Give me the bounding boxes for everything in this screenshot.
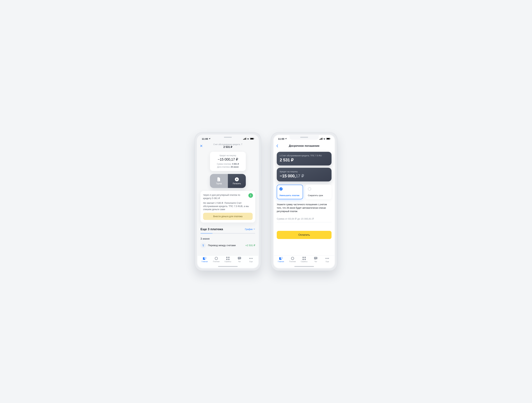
tab-chat[interactable]: Чат (310, 257, 322, 265)
svg-rect-6 (254, 138, 254, 139)
svg-rect-35 (315, 258, 317, 258)
payments-icon (214, 257, 218, 260)
phone-left: 11:00 (195, 132, 261, 271)
svg-rect-18 (251, 258, 251, 259)
notch (290, 135, 319, 140)
deposit-button[interactable]: Внести деньги для платежа (203, 213, 253, 220)
svg-point-29 (291, 257, 294, 260)
tab-bar: Главная Платежи Сервисы (197, 256, 258, 268)
tab-services[interactable]: Сервисы (222, 257, 234, 265)
svg-rect-2 (245, 138, 245, 140)
wifi-icon (247, 138, 249, 140)
tariff-tile[interactable]: Тариф (210, 174, 228, 188)
power-button (337, 163, 338, 176)
from-account-label: с Счет обслуживания кредита. ТПС 7.5 RU (280, 154, 329, 157)
svg-point-10 (215, 257, 218, 260)
payment-date-value: 26 июня (231, 166, 239, 168)
home-icon (279, 257, 283, 260)
loan-label: Кредит на покупку (212, 154, 243, 157)
radio-unselected-icon (308, 187, 311, 191)
svg-rect-3 (246, 138, 246, 140)
wifi-icon (323, 138, 326, 140)
svg-rect-5 (250, 138, 253, 139)
schedule-progress-fill (201, 233, 213, 234)
chat-icon (237, 257, 241, 260)
home-indicator[interactable] (294, 266, 314, 267)
nav-subtitle: Счет обслуживания кредита. Т (205, 143, 251, 146)
nav-bar: Счет обслуживания кредита. Т 2 531 ₽ (197, 142, 258, 149)
svg-rect-13 (226, 259, 228, 260)
svg-rect-23 (322, 138, 322, 140)
amount-hint: Укажите сумму частичного погашения с уче… (277, 203, 331, 213)
svg-rect-33 (304, 259, 306, 260)
svg-rect-9 (204, 257, 207, 259)
transaction-row[interactable]: Перевод между счетами +2 531 ₽ (201, 243, 255, 248)
more-icon (325, 257, 329, 260)
svg-rect-17 (249, 258, 250, 259)
svg-rect-37 (327, 258, 328, 259)
radio-selected-icon (279, 187, 283, 191)
repayment-options: Уменьшить платеж Сократить срок (277, 185, 331, 199)
svg-rect-38 (328, 258, 329, 259)
svg-rect-12 (228, 257, 229, 258)
loan-card-label: Кредит на покупку (280, 170, 329, 173)
status-time: 11:00 (278, 137, 284, 140)
svg-rect-16 (238, 258, 241, 258)
transaction-amount: +2 531 ₽ (246, 244, 255, 247)
tab-services[interactable]: Сервисы (298, 257, 310, 265)
notch (213, 135, 242, 140)
plus-circle-icon: + (235, 177, 239, 181)
option-reduce-term[interactable]: Сократить срок (305, 185, 331, 199)
option-reduce-payment[interactable]: Уменьшить платеж (277, 185, 303, 199)
back-button[interactable] (276, 144, 281, 147)
tab-more[interactable]: Еще (322, 257, 333, 265)
schedule-title: Еще 3 платежа (201, 227, 223, 231)
payment-date-label: Дата платежа: (217, 166, 230, 168)
repay-tile[interactable]: + Погасить (228, 174, 246, 188)
schedule-link[interactable]: График (245, 228, 255, 230)
power-button (261, 163, 262, 176)
volume-up-button (194, 160, 195, 169)
loan-card-amount: −15 000,17 ₽ (280, 173, 329, 179)
amount-input[interactable]: Сумма от 83,64 ₽ до 15 083,81 ₽ (277, 217, 331, 222)
services-icon (302, 257, 306, 260)
svg-rect-11 (226, 257, 228, 258)
tab-home[interactable]: Главная (275, 257, 287, 265)
pay-button[interactable]: Оплатить (277, 231, 331, 239)
transaction-title: Перевод между счетами (208, 244, 243, 247)
tab-home[interactable]: Главная (199, 257, 210, 265)
nav-title: Досрочное погашение (281, 144, 327, 147)
info-icon[interactable]: i (248, 193, 253, 198)
loan-action-tiles: Тариф + Погасить (210, 174, 246, 188)
repay-tile-label: Погасить (233, 182, 241, 185)
silent-switch (270, 152, 271, 157)
loan-card[interactable]: Кредит на покупку −15 000,17 ₽ (277, 168, 331, 181)
svg-rect-26 (330, 138, 330, 139)
svg-rect-32 (303, 259, 304, 260)
phone-right: 11:00 (271, 132, 337, 271)
svg-rect-22 (321, 138, 322, 140)
tab-payments[interactable]: Платежи (287, 257, 298, 265)
payment-notice-card: i Через 4 дня регулярный платеж по креди… (201, 191, 255, 223)
from-account-card[interactable]: с Счет обслуживания кредита. ТПС 7.5 RU … (277, 152, 331, 166)
volume-up-button (270, 160, 271, 169)
svg-rect-14 (228, 259, 229, 260)
svg-rect-0 (243, 139, 244, 140)
tab-more[interactable]: Еще (245, 257, 257, 265)
tariff-tile-label: Тариф (216, 182, 222, 185)
close-button[interactable] (200, 144, 205, 147)
svg-rect-21 (320, 139, 321, 140)
loan-balance: −15 000,17 ₽ (212, 157, 243, 161)
svg-rect-19 (252, 258, 253, 259)
home-icon (203, 257, 207, 260)
cellular-icon (243, 138, 246, 140)
loan-summary-card[interactable]: Кредит на покупку −15 000,17 ₽ Сумма пла… (210, 152, 246, 171)
option-reduce-payment-label: Уменьшить платеж (279, 194, 300, 197)
tab-chat[interactable]: Чат (234, 257, 245, 265)
svg-rect-20 (319, 139, 320, 140)
tab-payments[interactable]: Платежи (210, 257, 222, 265)
schedule-block: Еще 3 платежа График 3 июня (201, 227, 255, 248)
schedule-progress (201, 233, 255, 234)
home-indicator[interactable] (218, 266, 238, 267)
tab-bar: Главная Платежи Сервисы (274, 256, 335, 268)
